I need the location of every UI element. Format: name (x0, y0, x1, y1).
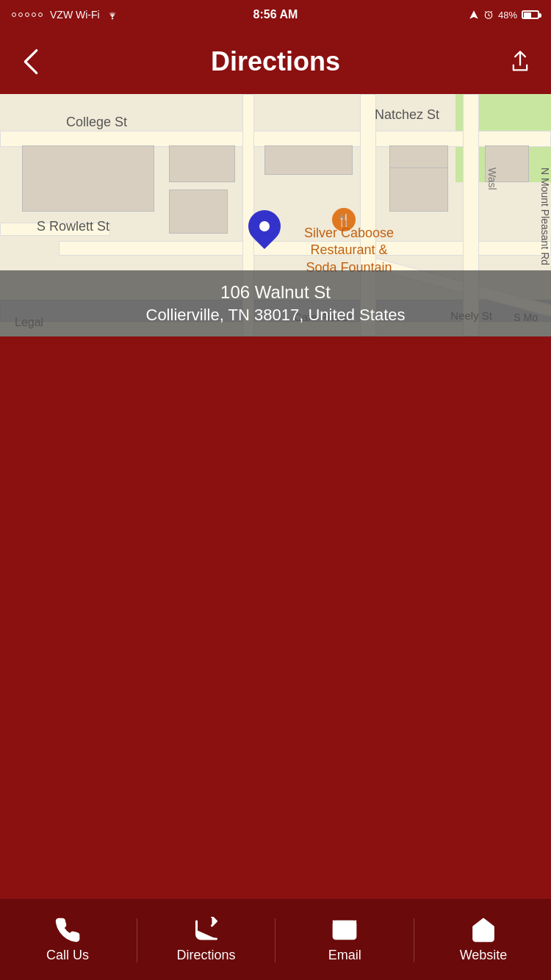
email-icon (331, 917, 358, 943)
status-time: 8:56 AM (253, 8, 298, 21)
tab-email-label: Email (328, 948, 361, 963)
carrier-label: VZW Wi-Fi (50, 9, 100, 21)
map-pin (248, 210, 281, 242)
tab-separator-3 (414, 918, 414, 962)
tab-website-label: Website (460, 948, 508, 963)
page-title: Directions (211, 46, 340, 77)
directions-turn-icon (193, 917, 220, 943)
tab-bar: Call Us Directions Email Website (0, 899, 551, 980)
building-5 (169, 190, 228, 234)
wifi-icon (106, 10, 119, 20)
building-6 (389, 167, 448, 212)
phone-icon (54, 917, 81, 943)
rowlett-st-label: S Rowlett St (37, 219, 109, 234)
status-left: VZW Wi-Fi (12, 9, 119, 21)
home-icon (470, 917, 497, 943)
status-right: 48% (469, 10, 539, 21)
pin-head (242, 203, 287, 249)
status-bar: VZW Wi-Fi 8:56 AM 48% (0, 0, 551, 29)
main-body (0, 336, 551, 898)
signal-dots (12, 12, 43, 17)
college-st-label: College St (66, 115, 127, 130)
tab-call-label: Call Us (46, 948, 89, 963)
tab-website[interactable]: Website (417, 900, 550, 980)
battery-icon (522, 10, 539, 19)
address-line2: Collierville, TN 38017, United States (12, 306, 539, 325)
tab-directions-label: Directions (177, 948, 236, 963)
building-2 (169, 145, 235, 182)
tab-directions[interactable]: Directions (140, 900, 273, 980)
map-container[interactable]: College St S Rowlett St Natchez St N Mou… (0, 94, 551, 336)
natchez-st-label: Natchez St (375, 107, 439, 123)
tab-separator-1 (137, 918, 137, 962)
address-line1: 106 Walnut St (12, 282, 539, 303)
tab-call[interactable]: Call Us (1, 900, 134, 980)
tab-separator-2 (275, 918, 276, 962)
building-1 (22, 145, 154, 212)
alarm-icon (483, 10, 494, 20)
restaurant-label: Silver CabooseRestaurant &Soda Fountain (287, 225, 411, 276)
tab-email[interactable]: Email (278, 900, 411, 980)
address-overlay: 106 Walnut St Collierville, TN 38017, Un… (0, 270, 551, 336)
back-button[interactable] (15, 46, 47, 78)
battery-percent: 48% (498, 10, 517, 21)
location-icon (469, 10, 479, 20)
nav-bar: Directions (0, 29, 551, 94)
share-button[interactable] (504, 46, 536, 78)
pin-dot (259, 221, 270, 231)
building-3 (264, 145, 353, 175)
svg-point-0 (112, 18, 113, 19)
mount-pleasant-label: N Mount Pleasant Rd (529, 167, 551, 265)
wash-label: Wasl (486, 167, 498, 190)
